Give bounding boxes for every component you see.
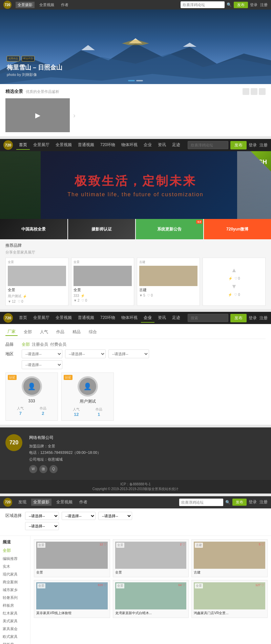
main-search-input2[interactable] — [188, 314, 228, 322]
region-select-1[interactable]: --请选择-- — [25, 512, 59, 520]
main-search-input[interactable] — [188, 141, 228, 149]
nav-normal-video[interactable]: 普通视频 — [75, 141, 97, 150]
channel-item-business[interactable]: 商业案例 — [3, 579, 27, 585]
region-select-4[interactable]: --请选择-- — [25, 522, 59, 530]
filter-brand-all[interactable]: 全部 — [22, 342, 30, 347]
region-select-3[interactable]: --请选择-- — [98, 512, 132, 520]
filter-brand-reg[interactable]: 注册会员 — [32, 342, 48, 347]
bottom-nav-video[interactable]: 全景视频 — [54, 499, 75, 506]
prod-tag-6: 全景 — [195, 583, 203, 588]
channel-item-modern[interactable]: 现代家具 — [3, 571, 27, 578]
nav-object-ring[interactable]: 物体环视 — [119, 141, 140, 150]
filter-brand-paid[interactable]: 付费会员 — [50, 342, 66, 347]
nav-news[interactable]: 资讯 — [155, 141, 169, 150]
region-select-2[interactable]: --请选择-- — [62, 512, 96, 520]
bottom-nav-discover[interactable]: 发现 — [16, 499, 28, 506]
main-register2[interactable]: 注册 — [259, 315, 268, 321]
main-publish-btn[interactable]: 发布 — [230, 141, 247, 149]
product-meta-2: 333 ⚡ — [74, 294, 132, 298]
nav-link-panorama-video[interactable]: 全景视频 — [37, 2, 56, 8]
channel-item-expo[interactable]: 家具展会 — [3, 626, 27, 632]
product-nav-up[interactable]: ▲ — [231, 267, 237, 274]
prod-count-3: 5 — [259, 543, 260, 546]
mfr-tab-composite[interactable]: 综合 — [87, 328, 99, 336]
featured-tab-2[interactable] — [251, 88, 257, 95]
top-search-input[interactable] — [181, 1, 225, 8]
nav-panorama-hall[interactable]: 全景展厅 — [30, 141, 52, 150]
region-row-1: 区域选择 --请选择-- --请选择-- --请选择-- — [5, 512, 266, 520]
nav2-home[interactable]: 首页 — [16, 314, 30, 323]
bottom-nav-author[interactable]: 作者 — [77, 499, 89, 506]
nav2-normal-video[interactable]: 普通视频 — [75, 314, 97, 323]
main-publish-btn2[interactable]: 发布 — [230, 314, 247, 322]
mfr-tab-premium[interactable]: 精品 — [70, 328, 83, 336]
filter-sub-select[interactable]: --请选择-- — [22, 360, 62, 369]
hero-badges: 优秀作品 精选作品 — [7, 56, 62, 61]
product-nav-down[interactable]: ▼ — [231, 283, 237, 290]
nav2-panorama-video[interactable]: 全景视频 — [53, 314, 75, 323]
bottom-register[interactable]: 注册 — [259, 499, 268, 505]
featured-arrow-right[interactable]: › — [73, 98, 76, 132]
nav-panorama-video[interactable]: 全景视频 — [53, 141, 75, 150]
bottom-publish-btn[interactable]: 发布 — [232, 499, 247, 506]
dot-2[interactable] — [136, 80, 143, 81]
cat-btn-update[interactable]: 4.0 系统更新公告 — [136, 219, 203, 239]
filter-region-select3[interactable]: --请选择-- — [108, 349, 149, 358]
top-login-link[interactable]: 登录 — [250, 2, 257, 7]
main-register[interactable]: 注册 — [259, 142, 268, 148]
top-publish-button[interactable]: 发布 — [234, 2, 248, 8]
top-search-button[interactable]: 🔍 — [227, 2, 232, 7]
nav-footprint[interactable]: 足迹 — [169, 141, 183, 150]
mfr-tab-all[interactable]: 全部 — [22, 328, 34, 336]
cat-btn-university[interactable]: 中国高校全景 — [0, 219, 67, 239]
channel-item-sample[interactable]: 样板房 — [3, 602, 27, 609]
channel-item-model[interactable]: 样板房 — [3, 641, 27, 644]
nav-link-author[interactable]: 作者 — [59, 2, 70, 8]
channel-item-shumu[interactable]: 实木 — [3, 563, 27, 570]
channel-title: 频道 — [3, 539, 27, 545]
region-label: 区域选择 — [5, 513, 22, 519]
qq-icon[interactable]: Q — [49, 465, 58, 473]
channel-item-edit[interactable]: 编辑推荐 — [3, 556, 27, 562]
nav-enterprise[interactable]: 企业 — [141, 141, 154, 150]
cat-btn-photographer[interactable]: 摄影师认证 — [68, 219, 136, 239]
bottom-search-input[interactable] — [179, 499, 223, 506]
channel-item-city[interactable]: 城市家乡 — [3, 587, 27, 593]
filter-region-select2[interactable]: --请选择-- — [65, 349, 106, 358]
nav2-panorama-hall[interactable]: 全景展厅 — [30, 314, 52, 323]
channel-item-light[interactable]: 轻奢系列 — [3, 595, 27, 601]
main-login[interactable]: 登录 — [249, 142, 257, 148]
channel-item-euro[interactable]: 欧式家具 — [3, 633, 27, 640]
featured-tab-3[interactable] — [259, 88, 266, 95]
bottom-search-btn[interactable]: 🔍 — [225, 500, 230, 505]
main-nav-search: 发布 登录 注册 — [188, 141, 268, 149]
channel-item-red[interactable]: 红木家具 — [3, 610, 27, 617]
nav-720-object[interactable]: 720环物 — [98, 141, 118, 150]
mfr-tab-popularity[interactable]: 人气 — [38, 328, 50, 336]
nav-home[interactable]: 首页 — [16, 141, 30, 150]
nav2-news[interactable]: 资讯 — [155, 314, 169, 323]
weixin-icon[interactable]: W — [29, 465, 37, 473]
nav-link-panorama-photo[interactable]: 全景摄影 — [16, 2, 35, 8]
filter-row-brand: 品筛 全部 注册会员 付费会员 — [5, 342, 266, 347]
nav2-enterprise[interactable]: 企业 — [141, 314, 154, 323]
mfr-tab-factory[interactable]: 厂家 — [5, 328, 18, 336]
nav2-object-ring[interactable]: 物体环视 — [119, 314, 140, 323]
prod-card-6: 全景 ♡ 127 鸿鑫家具门店VR全景... — [191, 580, 268, 618]
main-login2[interactable]: 登录 — [249, 315, 257, 321]
cat-btn-weibo[interactable]: 720yun微博 — [204, 219, 271, 239]
prod-card-5: 全景 ♡ 64 龙湾家居新中式白蜡木... — [113, 580, 189, 618]
channel-item-american[interactable]: 美式家具 — [3, 618, 27, 624]
filter-region-select1[interactable]: --请选择-- — [22, 349, 62, 358]
dot-1[interactable] — [128, 80, 135, 81]
mfr-tab-works[interactable]: 作品 — [54, 328, 66, 336]
nav2-footprint[interactable]: 足迹 — [169, 314, 183, 323]
product-tag-3: 古建 — [139, 260, 197, 264]
bottom-login[interactable]: 登录 — [249, 499, 257, 505]
bottom-nav-panorama[interactable]: 全景摄影 — [31, 499, 51, 506]
nav2-720-object[interactable]: 720环物 — [98, 314, 118, 323]
channel-all[interactable]: 全部 — [3, 548, 27, 554]
top-register-link[interactable]: 注册 — [260, 2, 268, 7]
weibo-icon[interactable]: 微 — [39, 465, 47, 473]
featured-tab-1[interactable] — [243, 88, 249, 95]
